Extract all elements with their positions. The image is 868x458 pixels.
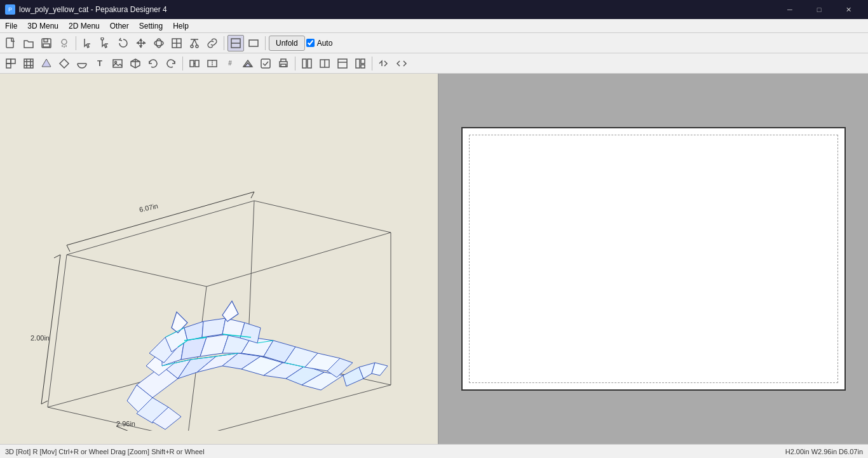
tb2-page2[interactable]: [316, 55, 333, 72]
light-button[interactable]: [56, 35, 72, 51]
move-button[interactable]: [133, 35, 149, 51]
tb2-grid2[interactable]: [20, 55, 37, 72]
svg-marker-106: [202, 318, 226, 337]
mesh-button[interactable]: [168, 35, 185, 51]
2d-view[interactable]: [438, 74, 868, 444]
svg-rect-25: [24, 59, 33, 68]
tb2-print[interactable]: [275, 55, 292, 72]
tb2-split[interactable]: [204, 55, 220, 72]
svg-marker-31: [60, 59, 69, 68]
paper-sheet: [461, 127, 846, 391]
maximize-button[interactable]: □: [804, 0, 834, 19]
svg-point-8: [101, 37, 104, 40]
menu-file[interactable]: File: [0, 19, 22, 33]
tb2-edge[interactable]: [38, 55, 55, 72]
menu-help[interactable]: Help: [168, 19, 194, 33]
svg-line-63: [67, 201, 254, 255]
svg-rect-45: [261, 59, 270, 68]
tb2-check[interactable]: [257, 55, 274, 72]
menu-3dmenu[interactable]: 3D Menu: [22, 19, 64, 33]
svg-line-17: [194, 39, 197, 45]
svg-point-4: [62, 39, 67, 44]
tb2-sep3: [372, 57, 372, 71]
svg-rect-49: [308, 59, 311, 68]
svg-point-14: [191, 45, 193, 48]
link-button[interactable]: [204, 35, 220, 51]
tb2-join[interactable]: [186, 55, 203, 72]
auto-checkbox-label[interactable]: Auto: [306, 39, 333, 48]
tb2-page1[interactable]: [299, 55, 315, 72]
svg-point-9: [156, 39, 161, 48]
auto-checkbox[interactable]: [306, 39, 315, 47]
view2d-button[interactable]: [245, 35, 262, 51]
svg-point-10: [154, 41, 163, 46]
view3d-button[interactable]: [227, 35, 244, 51]
3d-cat-svg: 6.07in 2.00in 2.96in: [0, 74, 438, 431]
svg-line-64: [254, 201, 391, 232]
select2-button[interactable]: [97, 35, 114, 51]
tb2-layout2[interactable]: [352, 55, 369, 72]
svg-rect-21: [249, 40, 258, 46]
statusbar: 3D [Rot] R [Mov] Ctrl+R or Wheel Drag [Z…: [0, 444, 868, 458]
toolbar1: Unfold Auto: [0, 33, 868, 53]
menubar: File 3D Menu 2D Menu Other Setting Help: [0, 19, 868, 33]
svg-rect-23: [11, 59, 15, 64]
tb2-zoom1[interactable]: [376, 55, 392, 72]
main-area: 6.07in 2.00in 2.96in: [0, 74, 868, 444]
status-right: H2.00in W2.96in D6.07in: [785, 448, 863, 455]
svg-line-62: [207, 232, 391, 286]
status-left: 3D [Rot] R [Mov] Ctrl+R or Wheel Drag [Z…: [5, 448, 205, 455]
close-button[interactable]: ✕: [834, 0, 863, 19]
svg-line-70: [67, 245, 70, 252]
svg-rect-56: [361, 65, 365, 68]
svg-marker-116: [372, 363, 388, 375]
titlebar-title: low_poly_yellow_cat - Pepakura Designer …: [19, 5, 167, 14]
svg-line-75: [54, 255, 60, 258]
tb2-halfcircle[interactable]: [74, 55, 90, 72]
svg-rect-0: [6, 38, 13, 48]
svg-line-69: [67, 192, 254, 245]
tb2-diamond[interactable]: [56, 55, 72, 72]
svg-line-61: [67, 255, 207, 286]
rotate-button[interactable]: [115, 35, 132, 51]
tb2-zoom2[interactable]: [393, 55, 410, 72]
tb2-image[interactable]: [109, 55, 126, 72]
svg-point-15: [196, 45, 198, 48]
svg-rect-22: [6, 59, 11, 64]
tb2-text[interactable]: T: [92, 55, 108, 72]
svg-text:6.07in: 6.07in: [139, 202, 159, 213]
sep2: [224, 36, 224, 50]
svg-rect-3: [43, 44, 50, 47]
menu-other[interactable]: Other: [105, 19, 134, 33]
unfold-button[interactable]: Unfold: [269, 36, 305, 51]
scale-button[interactable]: [151, 35, 167, 51]
svg-rect-33: [113, 60, 122, 67]
save-button[interactable]: [38, 35, 55, 51]
tb2-num[interactable]: #: [222, 55, 238, 72]
svg-rect-24: [6, 64, 11, 68]
cut-button[interactable]: [186, 35, 203, 51]
tb2-undo[interactable]: [145, 55, 161, 72]
tb2-layout1[interactable]: [334, 55, 351, 72]
3d-view[interactable]: 6.07in 2.00in 2.96in: [0, 74, 438, 444]
svg-rect-39: [195, 60, 199, 67]
tb2-sep1: [182, 57, 183, 71]
titlebar: P low_poly_yellow_cat - Pepakura Designe…: [0, 0, 868, 19]
select-button[interactable]: [79, 35, 96, 51]
menu-2dmenu[interactable]: 2D Menu: [64, 19, 105, 33]
svg-marker-110: [222, 301, 238, 321]
new-button[interactable]: [3, 35, 19, 51]
tb2-flap[interactable]: [240, 55, 256, 72]
svg-rect-2: [44, 39, 48, 42]
svg-text:2.96in: 2.96in: [116, 420, 135, 428]
tb2-3dbox[interactable]: [127, 55, 144, 72]
tb2-grid1[interactable]: [3, 55, 19, 72]
tb2-redo[interactable]: [163, 55, 179, 72]
minimize-button[interactable]: ─: [775, 0, 804, 19]
open-button[interactable]: [20, 35, 37, 51]
svg-rect-54: [356, 59, 360, 68]
svg-line-58: [187, 385, 391, 431]
svg-rect-38: [190, 60, 194, 67]
svg-text:2.00in: 2.00in: [31, 334, 50, 342]
menu-setting[interactable]: Setting: [134, 19, 168, 33]
